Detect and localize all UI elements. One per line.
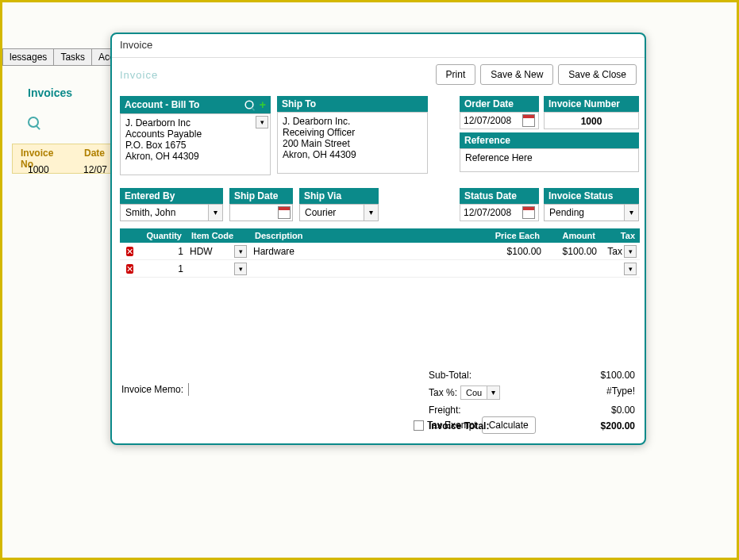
taxpct-label: Tax %:	[429, 387, 457, 398]
invoice-status-combo[interactable]: Pending ▾	[544, 204, 639, 221]
dialog-toolbar: Invoice Print Save & New Save & Close	[112, 58, 645, 91]
save-close-button[interactable]: Save & Close	[558, 64, 637, 85]
bill-to-dropdown[interactable]: ▾	[256, 116, 268, 128]
tax-pct-combo[interactable]: Cou ▾	[460, 385, 500, 400]
ship-to-line2: Receiving Officer	[283, 127, 422, 138]
grid-row[interactable]: ✕ 1 ▾ ▾	[120, 260, 640, 278]
invoice-number-value: 1000	[544, 112, 639, 129]
ship-to-line1: J. Dearborn Inc.	[283, 116, 422, 127]
chevron-down-icon[interactable]: ▾	[624, 205, 638, 221]
entered-by-value: Smith, John	[121, 207, 208, 218]
order-date-value: 12/07/2008	[464, 115, 522, 126]
status-date-header: Status Date	[460, 188, 539, 204]
totals-block: Sub-Total: $100.00 Tax %: Cou ▾ #Type! F…	[429, 367, 635, 434]
invoice-number-section: Invoice Number 1000	[544, 96, 639, 129]
calendar-icon[interactable]	[522, 114, 535, 127]
chevron-down-icon[interactable]: ▾	[364, 205, 378, 221]
bill-to-box: J. Dearborn Inc Accounts Payable P.O. Bo…	[120, 113, 271, 175]
entered-by-combo[interactable]: Smith, John ▾	[120, 204, 223, 221]
reference-value[interactable]: Reference Here	[460, 148, 639, 172]
search-account-icon[interactable]	[244, 100, 253, 109]
col-price: Price Each	[481, 228, 545, 243]
freight-value: $0.00	[611, 405, 635, 416]
row-invoice-no: 1000	[12, 161, 75, 178]
chevron-down-icon[interactable]: ▾	[624, 245, 637, 258]
memo-input[interactable]	[188, 383, 395, 396]
bill-to-line3: P.O. Box 1675	[125, 140, 265, 151]
invoice-status-header: Invoice Status	[544, 188, 639, 204]
cell-price[interactable]: $100.00	[481, 246, 545, 257]
breadcrumb: Invoice	[120, 69, 431, 81]
add-account-icon[interactable]: +	[260, 98, 266, 111]
ship-to-section: Ship To J. Dearborn Inc. Receiving Offic…	[277, 96, 428, 174]
ship-via-value: Courier	[300, 207, 364, 218]
save-new-button[interactable]: Save & New	[480, 64, 553, 85]
cell-tax[interactable]: Tax▾	[600, 245, 640, 258]
chevron-down-icon[interactable]: ▾	[234, 245, 247, 258]
cell-amount: $100.00	[545, 246, 600, 257]
col-qty: Quantity	[139, 228, 187, 243]
grid-row[interactable]: ✕ 1 HDW▾ Hardware $100.00 $100.00 Tax▾	[120, 243, 640, 260]
app-frame: lessages Tasks Accounts Invoices Invoice…	[0, 0, 739, 560]
cell-tax[interactable]: ▾	[600, 263, 640, 275]
total-value: $200.00	[601, 420, 635, 432]
memo-row: Invoice Memo:	[121, 383, 395, 396]
calendar-icon[interactable]	[278, 206, 291, 219]
bill-to-line1: J. Dearborn Inc	[125, 117, 265, 128]
ship-date-field[interactable]	[229, 204, 293, 221]
dialog-title: Invoice	[112, 34, 645, 58]
tax-exempt-checkbox[interactable]	[414, 420, 424, 431]
col-code: Item Code	[187, 228, 250, 243]
chevron-down-icon[interactable]: ▾	[487, 386, 499, 399]
order-date-box: 12/07/2008	[460, 112, 539, 129]
ship-date-section: Ship Date	[229, 188, 293, 221]
chevron-down-icon[interactable]: ▾	[208, 205, 222, 221]
bill-to-section: Account - Bill To + J. Dearborn Inc Acco…	[120, 96, 271, 175]
grid-header: Quantity Item Code Description Price Eac…	[120, 228, 640, 243]
cell-qty[interactable]: 1	[139, 263, 187, 274]
ship-via-header: Ship Via	[299, 188, 379, 204]
cell-desc[interactable]: Hardware	[250, 246, 481, 257]
bill-to-header: Account - Bill To +	[120, 96, 271, 113]
chevron-down-icon[interactable]: ▾	[234, 263, 247, 275]
order-date-section: Order Date 12/07/2008	[460, 96, 539, 129]
cell-qty[interactable]: 1	[139, 246, 187, 257]
tab-tasks[interactable]: Tasks	[53, 48, 92, 66]
ship-to-header: Ship To	[277, 96, 428, 112]
chevron-down-icon[interactable]: ▾	[624, 263, 637, 275]
calendar-icon[interactable]	[522, 206, 535, 219]
ship-date-header: Ship Date	[229, 188, 293, 204]
cell-code[interactable]: HDW▾	[187, 245, 250, 258]
search-icon[interactable]	[28, 117, 39, 131]
ship-to-line4: Akron, OH 44309	[283, 149, 422, 160]
delete-row-icon[interactable]: ✕	[126, 264, 133, 274]
status-date-value: 12/07/2008	[464, 207, 522, 218]
col-tax: Tax	[600, 228, 640, 243]
invoice-status-value: Pending	[545, 207, 624, 218]
freight-label: Freight:	[429, 405, 461, 416]
bill-to-line4: Akron, OH 44309	[125, 151, 265, 162]
cell-code[interactable]: ▾	[187, 263, 250, 275]
print-button[interactable]: Print	[436, 64, 476, 85]
ship-to-box: J. Dearborn Inc. Receiving Officer 200 M…	[277, 112, 428, 174]
delete-row-icon[interactable]: ✕	[126, 247, 133, 256]
subtotal-label: Sub-Total:	[429, 370, 471, 381]
tab-messages[interactable]: lessages	[2, 48, 54, 66]
ship-via-combo[interactable]: Courier ▾	[299, 204, 379, 221]
invoice-list-row[interactable]: 1000 12/07	[12, 161, 123, 178]
invoice-number-header: Invoice Number	[544, 96, 639, 112]
bill-to-header-label: Account - Bill To	[125, 99, 244, 110]
entered-by-header: Entered By	[120, 188, 223, 204]
page-title: Invoices	[28, 86, 72, 99]
total-label: Invoice Total:	[429, 420, 489, 432]
invoice-status-section: Invoice Status Pending ▾	[544, 188, 639, 221]
subtotal-value: $100.00	[601, 370, 635, 381]
invoice-dialog: Invoice Invoice Print Save & New Save & …	[110, 33, 646, 445]
bill-to-line2: Accounts Payable	[125, 128, 265, 140]
reference-header: Reference	[460, 132, 639, 148]
status-date-box: 12/07/2008	[460, 204, 539, 221]
col-amount: Amount	[545, 228, 600, 243]
reference-section: Reference Reference Here	[460, 132, 639, 172]
line-items-grid: Quantity Item Code Description Price Eac…	[120, 228, 640, 278]
entered-by-section: Entered By Smith, John ▾	[120, 188, 223, 221]
